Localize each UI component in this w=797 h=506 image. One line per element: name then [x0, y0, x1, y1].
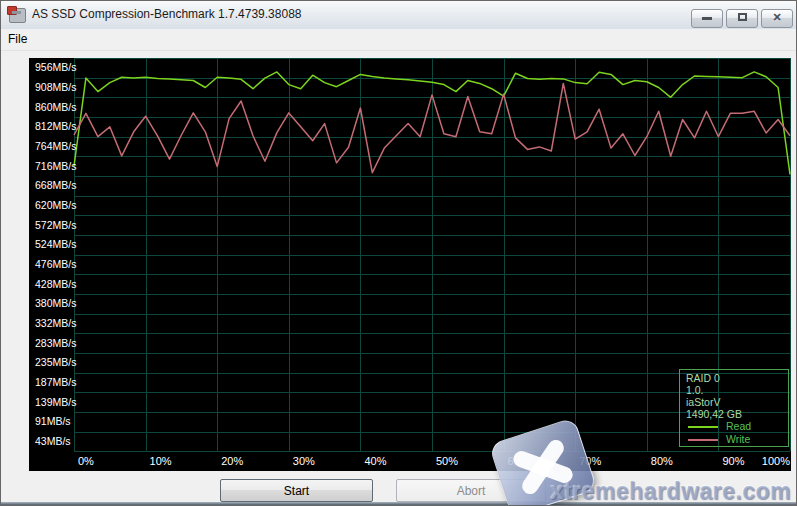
- x-axis-tick: 20%: [221, 455, 243, 467]
- y-axis-tick: 283MB/s: [35, 337, 76, 349]
- x-axis-tick: 100%: [762, 455, 790, 467]
- x-axis-tick: 50%: [436, 455, 458, 467]
- y-axis-tick: 187MB/s: [35, 376, 76, 388]
- legend-capacity: 1490,42 GB: [686, 408, 788, 420]
- titlebar: AS SSD Compression-Benchmark 1.7.4739.38…: [1, 1, 796, 30]
- y-axis-tick: 524MB/s: [35, 238, 76, 250]
- y-axis-tick: 716MB/s: [35, 160, 76, 172]
- maximize-button[interactable]: [726, 9, 758, 28]
- y-axis-tick: 235MB/s: [35, 356, 76, 368]
- x-axis-tick: 40%: [364, 455, 386, 467]
- y-axis-tick: 91MB/s: [35, 415, 71, 427]
- y-axis-tick: 812MB/s: [35, 120, 76, 132]
- y-axis-tick: 476MB/s: [35, 258, 76, 270]
- read-line-swatch: [688, 426, 718, 428]
- y-axis-tick: 380MB/s: [35, 297, 76, 309]
- menubar: File: [1, 29, 796, 51]
- y-axis-tick: 956MB/s: [35, 61, 76, 73]
- x-axis-tick: 90%: [722, 455, 744, 467]
- legend-volume-version: 1.0.: [686, 384, 788, 396]
- x-axis-tick: 80%: [651, 455, 673, 467]
- y-axis-tick: 764MB/s: [35, 140, 76, 152]
- legend-driver-name: iaStorV: [686, 396, 788, 408]
- window-title: AS SSD Compression-Benchmark 1.7.4739.38…: [32, 7, 301, 21]
- write-line-swatch: [688, 439, 718, 441]
- maximize-icon: [738, 13, 747, 21]
- y-axis-tick: 428MB/s: [35, 278, 76, 290]
- y-axis-tick: 668MB/s: [35, 179, 76, 191]
- minimize-icon: [702, 17, 712, 20]
- plot-svg: [29, 58, 791, 471]
- legend-write-row: Write: [686, 433, 788, 446]
- y-axis-tick: 572MB/s: [35, 219, 76, 231]
- app-window: AS SSD Compression-Benchmark 1.7.4739.38…: [0, 0, 797, 506]
- y-axis-tick: 620MB/s: [35, 199, 76, 211]
- app-icon: [9, 8, 26, 23]
- y-axis-tick: 139MB/s: [35, 396, 76, 408]
- start-button[interactable]: Start: [220, 479, 373, 502]
- x-axis-tick: 10%: [150, 455, 172, 467]
- y-axis-tick: 908MB/s: [35, 81, 76, 93]
- watermark-text: xtremehardware.com: [551, 478, 791, 505]
- y-axis-tick: 43MB/s: [35, 435, 71, 447]
- x-axis-tick: 0%: [78, 455, 94, 467]
- minimize-button[interactable]: [691, 9, 723, 28]
- legend-read-row: Read: [686, 420, 788, 433]
- chart-panel: 956MB/s908MB/s860MB/s812MB/s764MB/s716MB…: [29, 58, 791, 471]
- legend-volume-name: RAID 0: [686, 372, 788, 384]
- y-axis-tick: 860MB/s: [35, 101, 76, 113]
- close-icon: ✕: [772, 11, 781, 23]
- menu-item-file[interactable]: File: [1, 29, 34, 49]
- x-axis-tick: 30%: [293, 455, 315, 467]
- legend-write-label: Write: [726, 433, 750, 445]
- legend-box: RAID 0 1.0. iaStorV 1490,42 GB Read Writ…: [679, 369, 789, 447]
- close-button[interactable]: ✕: [761, 9, 793, 28]
- y-axis-tick: 332MB/s: [35, 317, 76, 329]
- legend-read-label: Read: [726, 420, 751, 432]
